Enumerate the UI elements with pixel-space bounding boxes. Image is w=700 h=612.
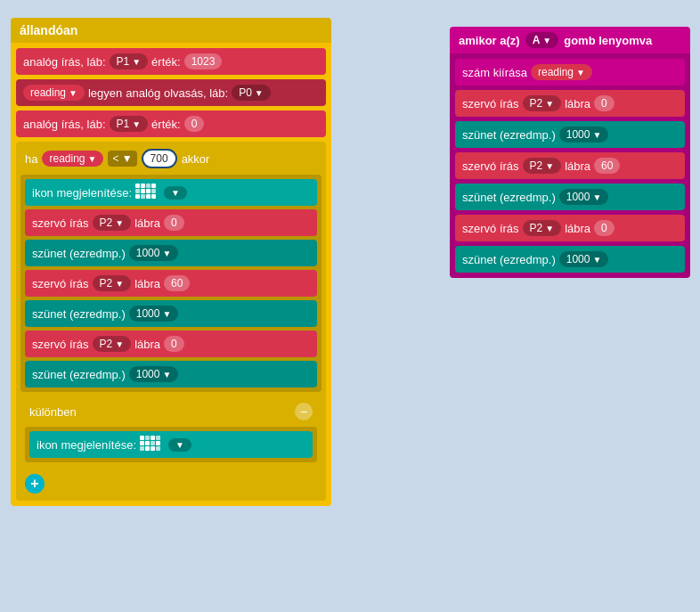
reading-var-1[interactable]: reading ▼ (23, 85, 85, 101)
servo-pin-if-2[interactable]: P2 ▼ (93, 275, 132, 291)
wait-when-val-2[interactable]: 1000 ▼ (559, 189, 609, 205)
add-block-button[interactable]: + (25, 474, 45, 494)
reading-pill-when[interactable]: reading ▼ (531, 64, 592, 80)
dot (151, 189, 156, 193)
wait-val-if-3[interactable]: 1000 ▼ (129, 366, 179, 382)
wait-val-if-2[interactable]: 1000 ▼ (129, 306, 179, 322)
else-body: ikon megjelenítése: (25, 427, 317, 462)
pin1-dropdown[interactable]: P1 ▼ (110, 53, 149, 69)
icon-grid-1 (135, 184, 160, 201)
servo-pin-val-if-2: P2 (100, 277, 113, 290)
wait-num-if-1: 1000 (136, 247, 160, 259)
reading-var-if[interactable]: reading ▼ (42, 151, 103, 167)
servo-when-val-3: 0 (594, 220, 615, 236)
wait-arrow-if-1: ▼ (162, 249, 171, 258)
dot (151, 441, 155, 445)
when-button-arrow: ▼ (542, 36, 551, 45)
wait-when-val-3[interactable]: 1000 ▼ (559, 251, 609, 267)
pin-p0-dropdown[interactable]: P0 ▼ (232, 85, 271, 101)
reading-arrow-1: ▼ (69, 88, 77, 98)
dot (145, 441, 150, 445)
reading-var-label-1: reading (30, 86, 66, 99)
dot (135, 194, 140, 199)
when-button-dropdown[interactable]: A ▼ (525, 32, 559, 48)
servo-when-label-3: szervó írás (462, 222, 519, 235)
pin1-arrow: ▼ (132, 57, 141, 67)
servo-when-3: szervó írás P2 ▼ lábra 0 (455, 215, 685, 241)
wait-label-if-2: szünet (ezredmp.) (32, 307, 126, 321)
wait-label-if-3: szünet (ezredmp.) (32, 368, 126, 381)
servo-when-pin-2[interactable]: P2 ▼ (523, 158, 562, 174)
servo-label-if-3: szervó írás (32, 338, 89, 351)
wait-when-val-1[interactable]: 1000 ▼ (559, 126, 609, 143)
wait-when-arrow-1: ▼ (592, 130, 601, 140)
reading-if-label: reading (49, 152, 85, 165)
wait-val-if-1[interactable]: 1000 ▼ (129, 245, 179, 261)
servo-pin-val-if-1: P2 (100, 216, 113, 229)
always-block: állandóan analóg írás, láb: P1 ▼ érték: … (11, 18, 331, 506)
servo-when-pin-val-3: P2 (530, 222, 543, 234)
reading-var-when: reading (538, 66, 574, 78)
dot (151, 184, 156, 188)
dot (156, 436, 160, 440)
dot (140, 441, 144, 445)
operator-badge[interactable]: < ▼ (108, 151, 136, 167)
legyen-label: legyen (88, 86, 122, 100)
dot (141, 184, 145, 188)
else-block: különben − ikon megjelenítése: (20, 396, 322, 467)
dot (135, 189, 140, 193)
analog-write-label1: analóg írás, láb: (23, 55, 106, 69)
servo-when-label-2: szervó írás (462, 159, 519, 173)
wait-when-num-1: 1000 (566, 128, 590, 141)
always-header: állandóan (11, 18, 331, 43)
icon-dropdown-1[interactable]: ▼ (164, 186, 187, 200)
icon-display-block-1: ikon megjelenítése: (25, 179, 317, 206)
when-body: szám kiírása reading ▼ szervó írás P2 ▼ … (450, 53, 690, 278)
servo-pin-arrow-if-3: ▼ (115, 339, 124, 349)
if-keyword: ha (25, 152, 37, 166)
dot (151, 436, 155, 440)
when-button-var: A (533, 34, 541, 46)
servo-when-pin-1[interactable]: P2 ▼ (523, 95, 562, 111)
servo-pin-val-if-3: P2 (100, 338, 113, 350)
servo-block-if-1: szervó írás P2 ▼ lábra 0 (25, 209, 317, 236)
when-block: amikor a(z) A ▼ gomb lenyomva szám kiírá… (450, 27, 690, 278)
pin-p0-value: P0 (239, 86, 252, 99)
icon-dropdown-2[interactable]: ▼ (168, 438, 191, 452)
analog-write-label3: analóg írás, láb: (23, 118, 106, 131)
dot (135, 184, 140, 188)
add-button-container: + (20, 471, 322, 496)
if-value-input[interactable]: 700 (142, 149, 177, 168)
pin1b-value: P1 (117, 118, 130, 130)
servo-val-if-3: 0 (164, 336, 184, 352)
then-label: akkor (182, 152, 210, 166)
analog-write-block-2: analóg írás, láb: P1 ▼ érték: 0 (16, 110, 326, 137)
servo-when-pin-3[interactable]: P2 ▼ (523, 220, 562, 236)
servo-pin-arrow-if-2: ▼ (115, 279, 124, 289)
servo-when-2: szervó írás P2 ▼ lábra 60 (455, 152, 685, 179)
servo-pin-if-1[interactable]: P2 ▼ (93, 215, 132, 231)
servo-pin-if-3[interactable]: P2 ▼ (93, 336, 132, 352)
when-header-label2: gomb lenyomva (564, 34, 652, 47)
print-label: szám kiírása (462, 66, 527, 79)
icon-display-block-2: ikon megjelenítése: (29, 431, 313, 458)
servo-when-labra-2: lábra (565, 159, 590, 173)
minus-button[interactable]: − (295, 403, 313, 420)
always-label: állandóan (20, 23, 77, 37)
servo-when-pin-val-1: P2 (530, 97, 543, 110)
analog-write-label2: érték: (151, 55, 181, 69)
wait-num-if-3: 1000 (136, 368, 160, 380)
servo-block-if-3: szervó írás P2 ▼ lábra 0 (25, 330, 317, 357)
icon-label-2: ikon megjelenítése: (37, 438, 136, 452)
dot (156, 441, 160, 445)
analog-write-label4: érték: (151, 118, 181, 131)
analog-write-value1: 1023 (184, 53, 223, 69)
when-header: amikor a(z) A ▼ gomb lenyomva (450, 27, 690, 53)
dot (145, 436, 150, 440)
wait-when-2: szünet (ezredmp.) 1000 ▼ (455, 184, 685, 210)
servo-block-if-2: szervó írás P2 ▼ lábra 60 (25, 270, 317, 297)
pin1b-dropdown[interactable]: P1 ▼ (110, 116, 149, 132)
servo-pin-arrow-if-1: ▼ (115, 218, 124, 228)
icon-dropdown-arrow-1: ▼ (171, 188, 180, 198)
wait-when-1: szünet (ezredmp.) 1000 ▼ (455, 121, 685, 148)
